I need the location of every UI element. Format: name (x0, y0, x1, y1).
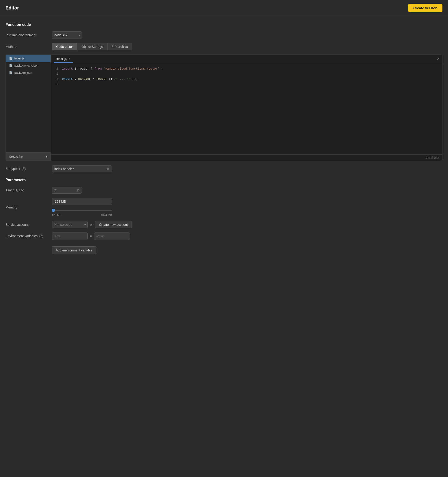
entrypoint-field[interactable] (54, 167, 105, 171)
code-area[interactable]: 1 import { router } from 'yandex-cloud-f… (51, 63, 442, 154)
line-num-1: 1 (54, 66, 58, 72)
code-line-2: 2 (54, 72, 439, 77)
close-tab-icon[interactable]: × (68, 58, 70, 60)
timeout-field[interactable] (54, 188, 75, 192)
memory-slider-labels: 128 MB 1024 MB (52, 214, 112, 217)
entrypoint-label: Entrypoint ? (6, 167, 52, 171)
file-list: 📄 index.js 📄 package-lock.json 📄 package… (6, 55, 51, 152)
env-inputs: = (52, 233, 130, 240)
env-variables-row: Environment variables ? = (6, 233, 442, 240)
timeout-label: Timeout, sec (6, 188, 52, 192)
active-tab-filename: index.js (56, 57, 66, 60)
code-content-1: import { router } from 'yandex-cloud-fun… (62, 66, 163, 72)
function-code-section: Function code Runtime environment nodejs… (6, 23, 442, 173)
timeout-clear-icon[interactable]: ⊗ (77, 188, 79, 192)
file-item-indexjs[interactable]: 📄 index.js (6, 55, 51, 62)
file-icon-indexjs: 📄 (9, 57, 12, 60)
add-env-button[interactable]: Add environment variable (52, 246, 96, 254)
file-name-packagelock: package-lock.json (14, 64, 38, 67)
file-item-packagelockjson[interactable]: 📄 package-lock.json (6, 62, 51, 69)
equals-sign: = (90, 234, 92, 238)
entrypoint-row: Entrypoint ? ⊗ (6, 166, 442, 173)
runtime-label: Runtime environment (6, 33, 52, 37)
runtime-row: Runtime environment nodejs12 nodejs14 no… (6, 31, 442, 39)
create-file-label: Create file (9, 155, 23, 158)
code-line-4: 4 (54, 82, 439, 87)
memory-label: Memory (6, 205, 52, 209)
create-version-button[interactable]: Create version (408, 4, 442, 12)
line-num-2: 2 (54, 72, 58, 77)
line-num-4: 4 (54, 82, 58, 87)
editor-footer: JavaScript (51, 154, 442, 161)
tab-zip-archive[interactable]: ZIP archive (108, 43, 132, 50)
expand-editor-icon[interactable]: ⤢ (437, 57, 439, 61)
memory-slider[interactable] (52, 210, 112, 210)
tab-object-storage[interactable]: Object Storage (77, 43, 107, 50)
service-account-select[interactable]: Not selected (52, 221, 88, 228)
memory-controls: 128 MB 128 MB 1024 MB (52, 198, 112, 217)
file-icon-packagelock: 📄 (9, 64, 12, 67)
timeout-row: Timeout, sec ⊗ (6, 187, 442, 194)
main-content: Function code Runtime environment nodejs… (0, 16, 448, 261)
function-code-title: Function code (6, 23, 442, 27)
create-account-button[interactable]: Create new account (95, 221, 132, 228)
timeout-input-wrap: ⊗ (52, 187, 82, 194)
memory-min-label: 128 MB (52, 214, 61, 217)
editor-tabs: index.js × ⤢ (51, 55, 442, 63)
editor-container: 📄 index.js 📄 package-lock.json 📄 package… (6, 54, 442, 161)
active-editor-tab: index.js × (54, 55, 73, 63)
code-content-4 (62, 82, 64, 87)
memory-row: Memory 128 MB 128 MB 1024 MB (6, 198, 442, 217)
parameters-section: Parameters Timeout, sec ⊗ Memory 128 MB … (6, 178, 442, 254)
entrypoint-help-icon[interactable]: ? (22, 167, 26, 171)
code-line-3: 3 export . handler = router ({ /* ... */… (54, 77, 439, 82)
env-label: Environment variables ? (6, 234, 52, 238)
runtime-select-wrap: nodejs12 nodejs14 nodejs16 python3 go1.1… (52, 31, 82, 39)
method-label: Method (6, 45, 52, 48)
memory-max-label: 1024 MB (101, 214, 112, 217)
code-editor: index.js × ⤢ 1 import { router } from 'y… (51, 55, 442, 161)
env-value-field[interactable] (94, 233, 130, 240)
file-sidebar: 📄 index.js 📄 package-lock.json 📄 package… (6, 55, 51, 161)
tab-code-editor[interactable]: Code editor (52, 43, 77, 50)
service-account-label: Service account (6, 223, 52, 227)
file-name-indexjs: index.js (14, 57, 24, 60)
code-content-3: export . handler = router ({ /* ... */ }… (62, 77, 138, 82)
service-select-wrap: Not selected ▾ (52, 221, 88, 228)
method-tabs: Code editor Object Storage ZIP archive (52, 43, 132, 50)
language-label: JavaScript (426, 156, 439, 159)
create-file-button[interactable]: Create file ▾ (6, 152, 51, 161)
or-label: or (90, 223, 93, 227)
file-icon-packagejson: 📄 (9, 71, 12, 74)
entrypoint-input-wrap: ⊗ (52, 166, 112, 173)
code-line-1: 1 import { router } from 'yandex-cloud-f… (54, 66, 439, 72)
header: Editor Create version (0, 0, 448, 16)
create-file-arrow-icon: ▾ (46, 155, 47, 158)
line-num-3: 3 (54, 77, 58, 82)
memory-slider-wrap (52, 207, 112, 212)
service-account-controls: Not selected ▾ or Create new account (52, 221, 132, 228)
service-account-row: Service account Not selected ▾ or Create… (6, 221, 442, 228)
file-name-packagejson: package.json (14, 71, 32, 74)
runtime-select[interactable]: nodejs12 nodejs14 nodejs16 python3 go1.1… (52, 31, 82, 39)
file-item-packagejson[interactable]: 📄 package.json (6, 69, 51, 76)
entrypoint-clear-icon[interactable]: ⊗ (107, 167, 109, 171)
parameters-title: Parameters (6, 178, 442, 182)
env-help-icon[interactable]: ? (39, 235, 43, 238)
page-title: Editor (6, 5, 19, 11)
method-row: Method Code editor Object Storage ZIP ar… (6, 43, 442, 50)
code-content-2 (62, 72, 64, 77)
memory-display: 128 MB (52, 198, 112, 205)
env-key-field[interactable] (52, 233, 88, 240)
